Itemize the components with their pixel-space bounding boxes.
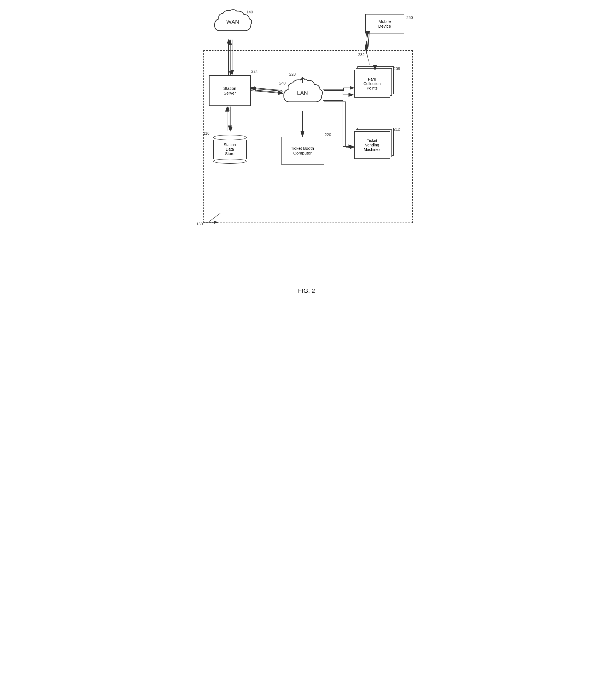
cylinder-top bbox=[213, 135, 247, 140]
ticket-vending-label: TicketVendingMachines bbox=[364, 138, 381, 152]
ticket-vending-container: TicketVendingMachines bbox=[354, 131, 400, 170]
cylinder-bottom bbox=[213, 159, 247, 164]
mobile-device-ref-label: 250 bbox=[406, 15, 413, 20]
wan-label: WAN bbox=[226, 19, 239, 25]
wan-ref-label: 140 bbox=[247, 10, 253, 14]
station-ref-label bbox=[204, 218, 221, 227]
station-server-ref-label: 224 bbox=[251, 69, 258, 74]
station-server-box: StationServer bbox=[209, 75, 251, 106]
data-store-ref-label: 216 bbox=[203, 131, 210, 135]
vending-box-front: TicketVendingMachines bbox=[354, 131, 390, 159]
fare-collection-stacked: FareCollectionPoints bbox=[354, 70, 393, 101]
station-data-store-label: StationDataStore bbox=[224, 143, 236, 156]
ticket-vending-ref-label: 212 bbox=[394, 127, 400, 131]
svg-text:LAN: LAN bbox=[297, 90, 308, 96]
station-server-label: StationServer bbox=[223, 86, 236, 95]
diagram: WAN 140 MobileDevice 250 130 StationServ… bbox=[181, 5, 432, 279]
cylinder: StationDataStore bbox=[210, 135, 249, 164]
svg-marker-24 bbox=[365, 48, 370, 67]
fare-collection-ref-label: 208 bbox=[394, 66, 400, 71]
data-store-container: StationDataStore bbox=[208, 131, 252, 167]
fare-collection-label: FareCollectionPoints bbox=[364, 77, 381, 90]
fare-box-front: FareCollectionPoints bbox=[354, 70, 390, 97]
lightning-bolt-svg bbox=[363, 31, 376, 67]
fig-caption: FIG. 2 bbox=[298, 287, 315, 294]
ticket-booth-box: Ticket BoothComputer bbox=[281, 137, 324, 164]
lan-antenna-ref-label: 228 bbox=[289, 72, 296, 76]
lan-cloud: LAN bbox=[282, 77, 323, 110]
ticket-booth-label: Ticket BoothComputer bbox=[291, 146, 314, 155]
mobile-device-label: MobileDevice bbox=[378, 19, 391, 28]
cylinder-body: StationDataStore bbox=[213, 140, 247, 159]
ticket-vending-stacked: TicketVendingMachines bbox=[354, 131, 393, 162]
station-box-ref-label: 130 bbox=[196, 222, 203, 226]
ticket-booth-ref-label: 220 bbox=[325, 132, 331, 137]
lan-ref-label: 240 bbox=[279, 81, 286, 85]
fare-collection-container: FareCollectionPoints bbox=[354, 70, 400, 117]
